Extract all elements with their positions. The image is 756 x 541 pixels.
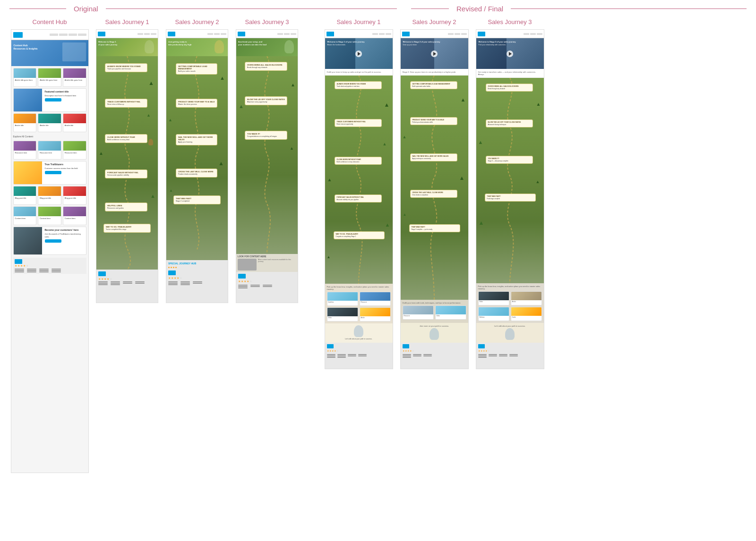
revised-sj1-thumbnail: Welcome to Stage 1 of your sales journey… — [325, 29, 393, 369]
original-sj1-thumbnail: Welcome to Stage 1of your sales journey … — [96, 29, 158, 303]
ch-hero: Content HubResources & Insights — [11, 40, 88, 66]
revised-sj3-thumbnail: Welcome to Stage 3 of your sales journey… — [476, 29, 544, 369]
revised-sj2-title: Sales Journey 2 — [412, 18, 456, 25]
original-sj2-title: Sales Journey 2 — [175, 18, 219, 25]
content-hub-thumbnail: Content HubResources & Insights Article … — [11, 29, 89, 473]
original-sj1-title: Sales Journey 1 — [105, 18, 149, 25]
content-hub-title: Content Hub — [33, 18, 67, 25]
ch-logo — [13, 32, 23, 38]
original-sj2-thumbnail: Just getting ready totake productivity s… — [166, 29, 228, 303]
revised-sj3-title: Sales Journey 3 — [488, 18, 532, 25]
original-sj3-thumbnail: Accelerate your setup, andyour numbers c… — [236, 29, 298, 303]
original-sj3-title: Sales Journey 3 — [245, 18, 289, 25]
revised-sj1-title: Sales Journey 1 — [336, 18, 380, 25]
original-section-label: Original — [66, 5, 106, 13]
revised-section-label: Revised / Final — [449, 5, 511, 13]
revised-sj2-thumbnail: Welcome to Stage 2 of your sales journey… — [400, 29, 469, 369]
